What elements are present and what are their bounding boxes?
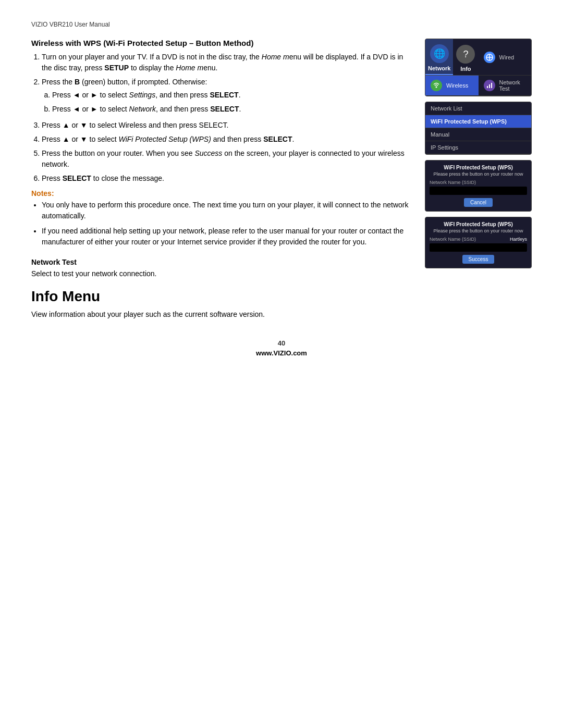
wps-cancel-btn-row: Cancel <box>430 198 527 207</box>
step-6: Press SELECT to close the message. <box>42 173 409 184</box>
step-1: Turn on your player and your TV. If a DV… <box>42 52 409 73</box>
wps-success-title: WiFI Protected Setup (WPS) <box>430 221 527 227</box>
wps-success-ssid-value: Hartleys <box>510 237 527 242</box>
nettest-icon <box>484 80 495 91</box>
wired-menu-item[interactable]: Wired <box>479 39 532 76</box>
right-panels: 🌐 Network ? Info Wired <box>425 39 532 318</box>
wireless-label: Wireless <box>446 82 468 89</box>
manual-label: Manual <box>431 131 449 138</box>
top-icons: 🌐 Network ? Info <box>425 39 479 76</box>
wps-success-ssid-label: Network Name (SSID) <box>430 237 476 242</box>
page-header: VIZIO VBR210 User Manual <box>31 21 532 28</box>
wps-success-btn-row: Success <box>430 255 527 264</box>
step2-substeps: Press ◄ or ► to select Settings, and the… <box>42 90 409 115</box>
wps-label: WiFI Protected Setup (WPS) <box>431 118 507 125</box>
wps-steps-list: Turn on your player and your TV. If a DV… <box>31 52 409 184</box>
wps-cancel-panel: WiFI Protected Setup (WPS) Please press … <box>425 160 532 212</box>
notes-section: Notes: You only have to perform this pro… <box>31 189 409 248</box>
network-icon: 🌐 <box>430 44 449 63</box>
step-4: Press ▲ or ▼ to select WiFi Protected Se… <box>42 134 409 145</box>
step-2a: Press ◄ or ► to select Settings, and the… <box>52 90 409 101</box>
notes-label: Notes: <box>31 189 409 198</box>
ip-settings-label: IP Settings <box>431 144 458 151</box>
manual-item[interactable]: Manual <box>425 128 531 141</box>
ip-settings-item[interactable]: IP Settings <box>425 141 531 154</box>
step-3: Press ▲ or ▼ to select Wireless and then… <box>42 120 409 131</box>
network-test-label: Network Test <box>499 79 527 92</box>
info-icon: ? <box>456 45 475 64</box>
wps-success-panel: WiFI Protected Setup (WPS) Please press … <box>425 217 532 268</box>
wired-label: Wired <box>499 54 515 60</box>
wps-success-ssid-row: Network Name (SSID) Hartleys <box>430 237 527 242</box>
page-number: 40 <box>31 339 532 347</box>
network-panel: 🌐 Network ? Info Wired <box>425 39 532 96</box>
wireless-submenu-panel: Network List WiFI Protected Setup (WPS) … <box>425 102 532 155</box>
step-2b: Press ◄ or ► to select Network, and then… <box>52 104 409 115</box>
network-label: Network <box>428 65 450 71</box>
info-menu-heading: Info Menu <box>31 288 409 305</box>
left-content: Wireless with WPS (Wi-Fi Protected Setup… <box>31 39 409 318</box>
network-test-section: Network Test Select to test your network… <box>31 258 409 278</box>
network-list-item[interactable]: Network List <box>425 102 531 115</box>
wps-success-field <box>430 243 527 252</box>
wps-cancel-ssid-field <box>430 187 527 195</box>
wireless-wps-heading: Wireless with WPS (Wi-Fi Protected Setup… <box>31 39 409 47</box>
svg-rect-6 <box>491 83 492 88</box>
note-1: You only have to perform this procedure … <box>42 200 409 221</box>
svg-point-3 <box>436 87 437 88</box>
info-menu-description: View information about your player such … <box>31 310 409 318</box>
note-2: If you need additional help setting up y… <box>42 226 409 248</box>
footer: 40 www.VIZIO.com <box>31 318 532 357</box>
info-icon-cell: ? Info <box>453 39 478 75</box>
wps-cancel-title: WiFI Protected Setup (WPS) <box>430 165 527 170</box>
wireless-icon <box>431 80 442 91</box>
info-label: Info <box>460 66 471 72</box>
network-list-label: Network List <box>431 105 462 112</box>
svg-rect-4 <box>487 86 488 88</box>
network-icon-cell: 🌐 Network <box>425 39 453 75</box>
cancel-button[interactable]: Cancel <box>464 198 493 207</box>
svg-rect-5 <box>489 84 490 88</box>
info-menu-section: Info Menu View information about your pl… <box>31 288 409 318</box>
network-test-menu-item[interactable]: Network Test <box>479 76 532 96</box>
wireless-menu-item[interactable]: Wireless <box>425 76 479 96</box>
wired-icon <box>484 52 495 63</box>
footer-url-text: www.VIZIO.com <box>256 349 307 357</box>
success-button[interactable]: Success <box>462 255 495 264</box>
wps-cancel-ssid-label: Network Name (SSID) <box>430 180 527 185</box>
manual-title: VIZIO VBR210 User Manual <box>31 21 110 28</box>
footer-url: www.VIZIO.com <box>31 349 532 357</box>
step-2: Press the B (green) button, if prompted.… <box>42 77 409 115</box>
step-5: Press the button on your router. When yo… <box>42 148 409 170</box>
wps-cancel-subtitle: Please press the button on your router n… <box>430 171 527 177</box>
network-test-heading: Network Test <box>31 258 409 266</box>
wps-item[interactable]: WiFI Protected Setup (WPS) <box>425 115 531 128</box>
notes-list: You only have to perform this procedure … <box>31 200 409 248</box>
network-test-description: Select to test your network connection. <box>31 269 409 278</box>
wps-success-subtitle: Please press the button on your router n… <box>430 228 527 233</box>
